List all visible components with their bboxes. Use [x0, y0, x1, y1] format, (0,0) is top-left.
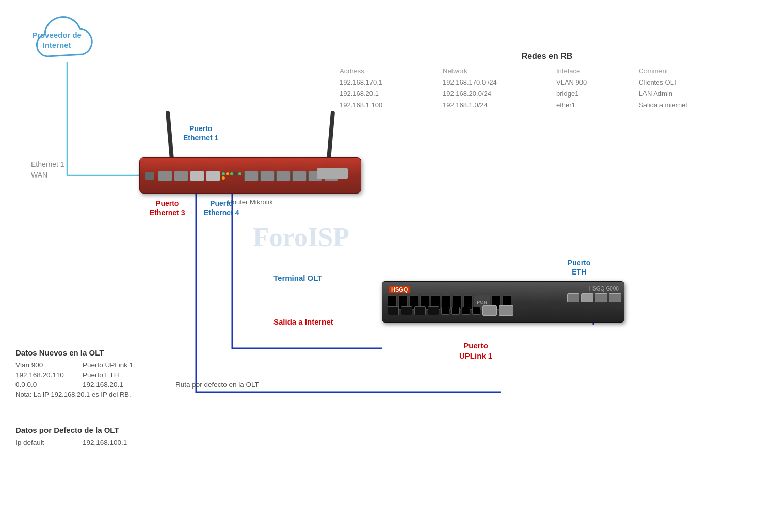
redes-row1-address: 192.168.170.1: [335, 77, 439, 87]
datos-nuevos-row2-col3: [175, 371, 330, 379]
port-uplink-label: Puerto UPLink 1: [459, 341, 492, 361]
datos-nuevos-nota: Nota: La IP 192.168.20.1 es IP del RB.: [15, 391, 351, 398]
olt-fiber-4: [472, 307, 480, 315]
router-port-eth6: [260, 171, 275, 181]
olt-eth-port-2: [581, 293, 593, 302]
datos-nuevos-row2: 192.168.20.110 Puerto ETH: [15, 371, 351, 379]
antenna-left: [166, 111, 174, 160]
watermark: ForoISP: [253, 222, 349, 252]
port-eth-label: Puerto ETH: [568, 258, 590, 277]
led-2: [226, 172, 229, 175]
led-5: [238, 172, 241, 175]
router-port-eth5: [244, 171, 259, 181]
olt-fiber-2: [452, 307, 460, 315]
olt-fiber-1: [441, 307, 449, 315]
datos-defecto-section: Datos por Defecto de la OLT Ip default 1…: [15, 426, 222, 446]
router-port-eth8: [292, 171, 307, 181]
col-header-address: Address: [335, 66, 439, 76]
olt-model: HSGQ-G008: [589, 286, 619, 292]
redes-rb-grid: Address Network Inteface Comment 192.168…: [335, 66, 759, 110]
olt-port-2: [401, 306, 412, 315]
led-4: [234, 172, 237, 175]
terminal-olt-label: Terminal OLT: [273, 273, 322, 282]
datos-defecto-row1-col2: 192.168.100.1: [83, 439, 186, 446]
olt-port-1: [388, 306, 399, 315]
olt-port-4: [428, 306, 439, 315]
olt-bottom-ports: [388, 305, 619, 316]
led-6: [222, 176, 225, 180]
redes-row3-address: 192.168.1.100: [335, 100, 439, 110]
datos-nuevos-row1-col2: Puerto UPLink 1: [83, 361, 175, 369]
datos-nuevos-row3-col2: 192.168.20.1: [83, 381, 175, 389]
redes-row3-interface: ether1: [552, 100, 635, 110]
router-ports: [145, 164, 356, 187]
datos-defecto-row1: Ip default 192.168.100.1: [15, 439, 222, 446]
col-header-interface: Inteface: [552, 66, 635, 76]
redes-row2-comment: LAN Admin: [635, 89, 738, 99]
datos-defecto-title: Datos por Defecto de la OLT: [15, 426, 222, 434]
redes-row1-network: 192.168.170.0 /24: [439, 77, 552, 87]
router-body: Router Mikrotik: [139, 157, 361, 194]
redes-row1-interface: VLAN 900: [552, 77, 635, 87]
olt-eth-ports: [567, 293, 621, 302]
port-eth4-label: Puerto Ethernet 4: [204, 199, 239, 217]
port-eth3-label: Puerto Ethernet 3: [150, 199, 185, 217]
datos-nuevos-row3-col1: 0.0.0.0: [15, 381, 83, 389]
redes-rb-table: Redes en RB Address Network Inteface Com…: [335, 52, 759, 110]
port-eth1-label: Puerto Ethernet 1: [183, 124, 218, 142]
router-leds: [222, 172, 243, 180]
olt-eth-uplink: [499, 305, 513, 316]
redes-rb-title: Redes en RB: [335, 52, 759, 61]
olt-body: HSGQ HSGQ-G008 PON: [382, 281, 624, 323]
olt-eth-main: [482, 305, 497, 316]
datos-nuevos-title: Datos Nuevos en la OLT: [15, 348, 351, 357]
led-1: [222, 172, 225, 175]
router-port-eth1: [158, 171, 172, 181]
datos-nuevos-row1-col1: Vlan 900: [15, 361, 83, 369]
olt-eth-port-4: [609, 293, 621, 302]
olt-brand: HSGQ: [389, 286, 410, 293]
router-port-eth2: [174, 171, 188, 181]
router-port-eth3: [190, 171, 204, 181]
datos-nuevos-row3: 0.0.0.0 192.168.20.1 Ruta por defecto en…: [15, 381, 351, 389]
redes-row3-network: 192.168.1.0/24: [439, 100, 552, 110]
redes-row2-network: 192.168.20.0/24: [439, 89, 552, 99]
router-display: [317, 168, 348, 179]
datos-nuevos-section: Datos Nuevos en la OLT Vlan 900 Puerto U…: [15, 348, 351, 398]
col-header-network: Network: [439, 66, 552, 76]
olt-port-3: [414, 306, 426, 315]
router-port-eth4: [206, 171, 220, 181]
datos-nuevos-row3-col3: Ruta por defecto en la OLT: [175, 381, 330, 389]
cloud-shape: Proveedor de Internet: [15, 15, 98, 72]
datos-nuevos-row2-col1: 192.168.20.110: [15, 371, 83, 379]
col-header-comment: Comment: [635, 66, 738, 76]
eth1-wan-label: Ethernet 1 WAN: [31, 159, 64, 181]
olt-eth-port-1: [567, 293, 579, 302]
cloud-label: Proveedor de Internet: [15, 30, 98, 50]
mikrotik-router: Router Mikrotik: [139, 157, 361, 196]
olt-eth-port-3: [595, 293, 607, 302]
router-port-sfp: [145, 172, 154, 180]
datos-nuevos-row2-col2: Puerto ETH: [83, 371, 175, 379]
antenna-right: [327, 111, 335, 160]
olt-fiber-3: [462, 307, 470, 315]
redes-row3-comment: Salida a internet: [635, 100, 738, 110]
olt-device: HSGQ HSGQ-G008 PON: [382, 281, 624, 328]
redes-row1-comment: Clientes OLT: [635, 77, 738, 87]
redes-row2-interface: bridge1: [552, 89, 635, 99]
salida-internet-label: Salida a Internet: [273, 317, 333, 326]
datos-defecto-row1-col1: Ip default: [15, 439, 83, 446]
datos-nuevos-row1-col3: [175, 361, 330, 369]
router-port-eth7: [276, 171, 291, 181]
led-3: [230, 172, 233, 175]
redes-row2-address: 192.168.20.1: [335, 89, 439, 99]
datos-nuevos-row1: Vlan 900 Puerto UPLink 1: [15, 361, 351, 369]
